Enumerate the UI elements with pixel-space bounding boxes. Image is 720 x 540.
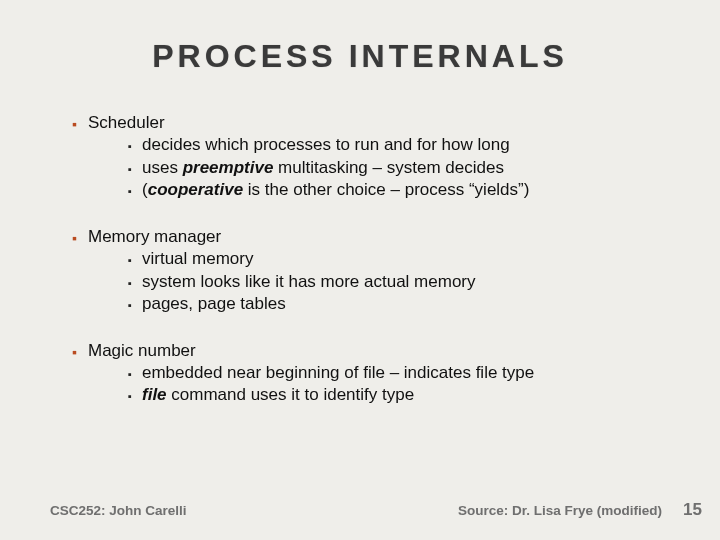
square-bullet-icon: ▪ — [128, 271, 142, 291]
list-item: ▪decides which processes to run and for … — [128, 134, 660, 156]
list-item-row: ▪file command uses it to identify type — [128, 384, 660, 406]
section: ▪Magic number▪embedded near beginning of… — [72, 340, 660, 407]
section-heading: Magic number — [88, 340, 660, 362]
list-item-text: decides which processes to run and for h… — [142, 134, 660, 156]
list-item: ▪embedded near beginning of file – indic… — [128, 362, 660, 384]
list-item-row: ▪system looks like it has more actual me… — [128, 271, 660, 293]
square-bullet-icon: ▪ — [128, 134, 142, 154]
list-item: ▪system looks like it has more actual me… — [128, 271, 660, 293]
list-item-text: (cooperative is the other choice – proce… — [142, 179, 660, 201]
list-item-row: ▪uses preemptive multitasking – system d… — [128, 157, 660, 179]
list-item: ▪file command uses it to identify type — [128, 384, 660, 406]
list-item-row: ▪virtual memory — [128, 248, 660, 270]
list-item-text: virtual memory — [142, 248, 660, 270]
list-item-text: uses preemptive multitasking – system de… — [142, 157, 660, 179]
list-item-row: ▪decides which processes to run and for … — [128, 134, 660, 156]
page-number: 15 — [683, 500, 702, 520]
square-bullet-icon: ▪ — [128, 179, 142, 199]
footer-right: Source: Dr. Lisa Frye (modified) — [458, 503, 662, 518]
slide-title: PROCESSINTERNALS — [0, 38, 720, 75]
list-item: ▪virtual memory — [128, 248, 660, 270]
list-item-text: pages, page tables — [142, 293, 660, 315]
square-bullet-icon: ▪ — [72, 226, 88, 247]
list-item-text: system looks like it has more actual mem… — [142, 271, 660, 293]
section-heading: Scheduler — [88, 112, 660, 134]
square-bullet-icon: ▪ — [72, 112, 88, 133]
footer-left: CSC252: John Carelli — [50, 503, 187, 518]
list-item-text: file command uses it to identify type — [142, 384, 660, 406]
section-heading-row: ▪Magic number — [72, 340, 660, 362]
square-bullet-icon: ▪ — [128, 293, 142, 313]
slide-content: ▪Scheduler▪decides which processes to ru… — [72, 112, 660, 431]
square-bullet-icon: ▪ — [72, 340, 88, 361]
title-word-2: INTERNALS — [349, 38, 568, 74]
list-item: ▪uses preemptive multitasking – system d… — [128, 157, 660, 179]
section: ▪Memory manager▪virtual memory▪system lo… — [72, 226, 660, 316]
section: ▪Scheduler▪decides which processes to ru… — [72, 112, 660, 202]
list-item-text: embedded near beginning of file – indica… — [142, 362, 660, 384]
square-bullet-icon: ▪ — [128, 157, 142, 177]
slide: PROCESSINTERNALS ▪Scheduler▪decides whic… — [0, 0, 720, 540]
list-item-row: ▪embedded near beginning of file – indic… — [128, 362, 660, 384]
square-bullet-icon: ▪ — [128, 248, 142, 268]
section-heading: Memory manager — [88, 226, 660, 248]
list-item-row: ▪(cooperative is the other choice – proc… — [128, 179, 660, 201]
section-heading-row: ▪Scheduler — [72, 112, 660, 134]
section-heading-row: ▪Memory manager — [72, 226, 660, 248]
list-item-row: ▪pages, page tables — [128, 293, 660, 315]
list-item: ▪(cooperative is the other choice – proc… — [128, 179, 660, 201]
square-bullet-icon: ▪ — [128, 362, 142, 382]
title-word-1: PROCESS — [152, 38, 336, 74]
list-item: ▪pages, page tables — [128, 293, 660, 315]
square-bullet-icon: ▪ — [128, 384, 142, 404]
